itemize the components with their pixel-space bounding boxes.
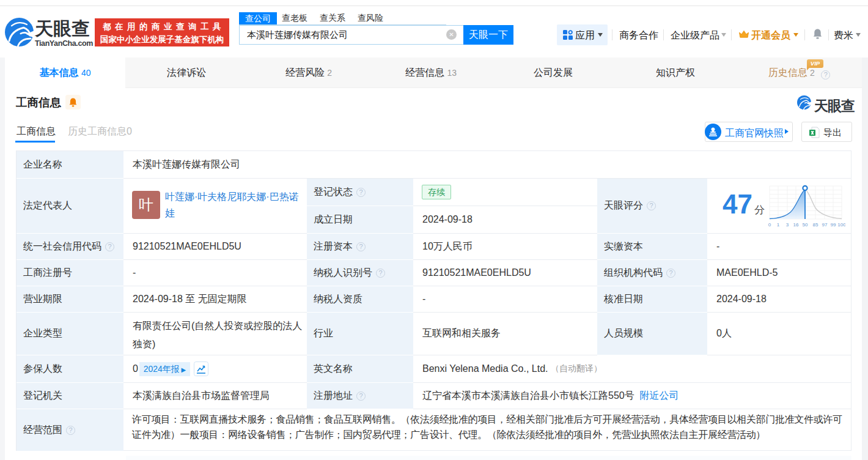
svg-text:85: 85 [813, 222, 818, 228]
svg-text:1: 1 [777, 222, 780, 228]
svg-text:97: 97 [822, 222, 828, 228]
svg-text:3: 3 [786, 222, 789, 228]
svg-text:100: 100 [837, 222, 845, 228]
svg-text:99: 99 [831, 222, 836, 228]
svg-text:0: 0 [768, 222, 771, 228]
svg-text:16: 16 [793, 222, 799, 228]
svg-text:50: 50 [803, 222, 808, 228]
